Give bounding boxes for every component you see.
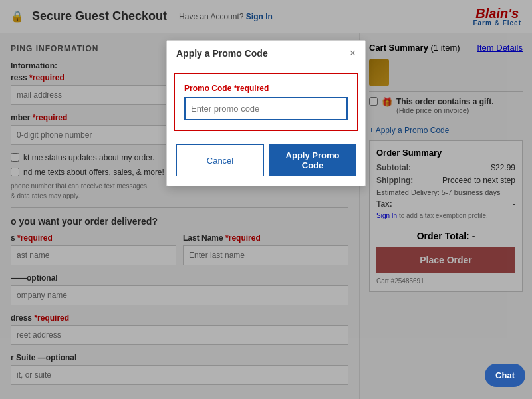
cancel-button[interactable]: Cancel bbox=[176, 144, 264, 176]
modal-title: Apply a Promo Code bbox=[176, 48, 268, 59]
promo-code-label: Promo Code *required bbox=[184, 84, 348, 93]
modal-footer: Cancel Apply Promo Code bbox=[167, 138, 365, 186]
modal-body: Promo Code *required bbox=[174, 73, 358, 131]
modal-header: Apply a Promo Code × bbox=[167, 41, 365, 66]
modal-close-button[interactable]: × bbox=[350, 47, 356, 59]
chat-button[interactable]: Chat bbox=[485, 364, 525, 387]
apply-promo-button[interactable]: Apply Promo Code bbox=[269, 144, 356, 176]
promo-code-input[interactable] bbox=[184, 97, 348, 120]
modal-overlay: Apply a Promo Code × Promo Code *require… bbox=[0, 0, 532, 399]
promo-modal: Apply a Promo Code × Promo Code *require… bbox=[166, 40, 366, 186]
